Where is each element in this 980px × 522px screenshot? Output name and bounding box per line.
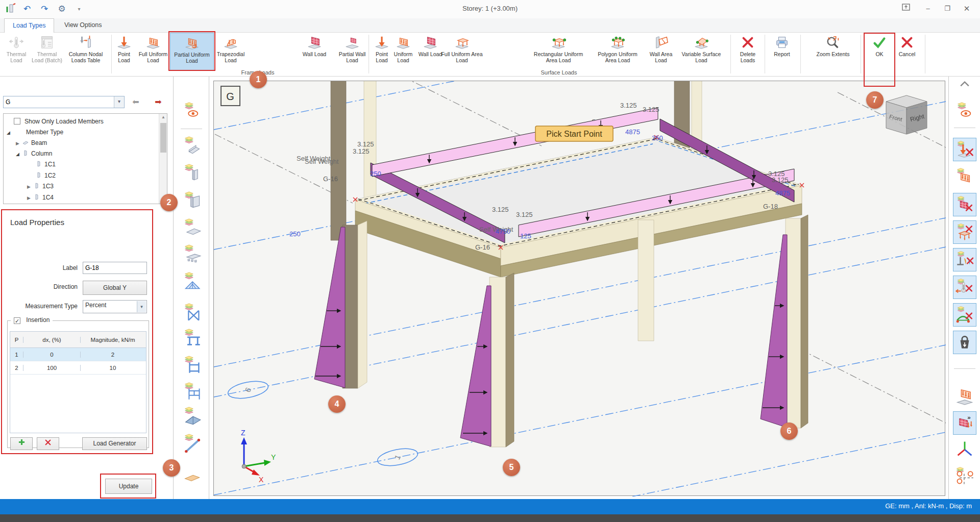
table-row[interactable]: 2 100 10	[10, 361, 146, 375]
view-cube[interactable]: Front Right	[886, 95, 927, 134]
area-load-icon[interactable]	[955, 386, 974, 405]
axes-icon[interactable]	[955, 439, 974, 458]
table-row[interactable]: 1 0 2	[10, 348, 146, 361]
show-loads-eye-icon[interactable]	[182, 102, 202, 121]
hide-point-load-icon[interactable]	[953, 138, 976, 161]
ribbon-button-delete-loads[interactable]: Delete Loads	[734, 33, 761, 70]
ribbon-button-point-load-frame[interactable]: Point Load	[112, 33, 136, 70]
show-loads-eye-icon[interactable]	[955, 102, 974, 121]
collapse-ribbon-icon[interactable]	[955, 79, 974, 89]
ribbon-button-report[interactable]: Report	[768, 33, 796, 70]
delete-row-button[interactable]	[37, 437, 59, 450]
expander-open-icon[interactable]: ◢	[16, 150, 22, 159]
scroll-up-icon[interactable]: ▲	[159, 114, 167, 121]
restore-icon[interactable]: ❐	[941, 3, 954, 14]
expander-closed-icon[interactable]: ▶	[27, 182, 33, 191]
roof-icon[interactable]	[182, 406, 202, 426]
steel-frame-icon[interactable]	[182, 328, 202, 347]
slab-icon[interactable]	[182, 218, 202, 237]
measurement-type-dropdown[interactable]: Percent ▾	[83, 300, 147, 313]
next-member-arrow-icon[interactable]: ➡	[151, 97, 165, 107]
ribbon-button-wall-area-load[interactable]: Wall Area Load	[646, 33, 676, 70]
tree-item-beam[interactable]: ▶Beam	[16, 138, 47, 147]
self-weight-icon[interactable]	[953, 331, 976, 354]
hide-support-load-icon[interactable]	[953, 248, 976, 271]
x-brace-icon[interactable]	[182, 303, 202, 322]
ribbon-separator	[369, 35, 369, 73]
column-icon[interactable]	[182, 163, 202, 183]
svg-text:3.125: 3.125	[516, 211, 533, 218]
draw-line-icon[interactable]	[182, 433, 202, 453]
ribbon-button-partial-wall-load[interactable]: Partial Wall Load	[337, 33, 367, 70]
model-canvas[interactable]: 6 1 Self Weight 250	[213, 81, 945, 496]
ribbon-button-trapezodial-load[interactable]: Trapezodial Load	[214, 33, 247, 70]
uniform-load-icon[interactable]	[955, 167, 974, 187]
minimize-icon[interactable]: –	[921, 3, 935, 14]
previous-member-arrow-icon[interactable]: ⬅	[129, 97, 143, 107]
ribbon-button-zoom-extents[interactable]: Zoom Extents	[811, 33, 855, 70]
expander-open-icon[interactable]: ◢	[7, 128, 13, 137]
tree-item-1c3[interactable]: ▶1C3	[27, 182, 54, 191]
tree-item-1c4[interactable]: ▶1C4	[27, 193, 54, 202]
direction-button[interactable]: Global Y	[83, 281, 147, 295]
tree-item-show-only-loaded[interactable]: Show Only Loaded Members	[14, 117, 104, 126]
tree-item-1c2[interactable]: 1C2	[35, 171, 56, 180]
expander-closed-icon[interactable]: ▶	[27, 193, 33, 203]
hide-wall-load-icon[interactable]	[953, 193, 976, 216]
annotation-badge-3: 3	[163, 459, 180, 477]
ribbon-button-wall-load-frame[interactable]: Wall Load	[301, 33, 328, 70]
wall-load-transfer-icon[interactable]: »	[953, 411, 976, 435]
ribbon-button-full-uniform-load[interactable]: Full Uniform Load	[136, 33, 170, 70]
svg-text:1: 1	[393, 453, 402, 461]
member-filter-input[interactable]	[6, 97, 111, 107]
insertion-checkbox[interactable]: ✓	[14, 317, 20, 324]
hide-area-load-icon[interactable]	[953, 220, 976, 244]
tree-item-member-type[interactable]: ◢Member Type	[7, 128, 63, 137]
hide-thermal-load-icon[interactable]	[953, 276, 976, 299]
tree-scrollbar[interactable]: ▲ ▼	[159, 114, 167, 204]
grid-frame-icon[interactable]	[182, 382, 202, 401]
expander-closed-icon[interactable]: ▶	[16, 139, 22, 148]
ribbon-button-column-nodal-loads-table[interactable]: Column Nodal Loads Table	[64, 33, 108, 70]
ribbon-button-ok[interactable]: OK	[865, 33, 894, 70]
frame-elevation-icon[interactable]	[182, 355, 202, 375]
tab-load-types[interactable]: Load Types	[4, 18, 54, 33]
grid-bubble-6[interactable]: 6	[227, 379, 270, 402]
dropdown-arrow-icon[interactable]: ▾	[137, 301, 146, 312]
beam-icon[interactable]	[182, 136, 202, 155]
svg-text:3.125: 3.125	[492, 206, 509, 213]
grid-axes-icon[interactable]	[955, 466, 974, 486]
svg-text:G-16: G-16	[323, 175, 338, 183]
label-field[interactable]	[83, 262, 147, 274]
add-row-button[interactable]	[10, 437, 33, 450]
pin-panel-icon[interactable]	[899, 3, 913, 14]
member-filter-combo[interactable]: ▾	[3, 96, 125, 108]
ribbon-button-full-uniform-area-load[interactable]: Full Uniform Area Load	[439, 33, 484, 70]
ribbon-button-variable-surface-load[interactable]: Variable Surface Load	[680, 33, 723, 70]
ribbon-button-polygon-uniform-area-load[interactable]: Polygon Uniform Area Load	[592, 33, 644, 70]
slab-plan-icon[interactable]	[182, 464, 202, 484]
ribbed-slab-icon[interactable]	[182, 244, 202, 263]
insertion-table[interactable]: P dx, (%) Magnitude, kN/m 1 0 2 2 100 10	[10, 331, 146, 433]
scrollbar-thumb[interactable]	[160, 123, 166, 153]
svg-text:3.125: 3.125	[353, 147, 370, 155]
tree-item-1c1[interactable]: 1C1	[35, 160, 56, 169]
combo-dropdown-icon[interactable]: ▾	[114, 96, 124, 108]
ribbon-button-cancel[interactable]: Cancel	[893, 33, 921, 70]
ribbon-button-partial-uniform-load[interactable]: Partial Uniform Load	[170, 33, 214, 70]
ribbon-button-uniform-load-surface[interactable]: Uniform Load	[390, 33, 416, 70]
ribbon-button-rectangular-uniform-area-load[interactable]: Rectangular Uniform Area Load	[528, 33, 589, 70]
tree-item-column[interactable]: ◢Column	[16, 149, 52, 158]
load-generator-button[interactable]: Load Generator	[82, 437, 147, 450]
checkbox-unchecked[interactable]	[14, 118, 20, 125]
hide-span-load-icon[interactable]	[953, 303, 976, 327]
tab-view-options[interactable]: View Options	[56, 18, 110, 33]
grid-label-marker[interactable]: G	[221, 86, 240, 106]
close-icon[interactable]: ✕	[960, 3, 973, 14]
grid-bubble-1[interactable]: 1	[376, 446, 419, 469]
scene-3d[interactable]: 6 1 Self Weight 250	[214, 81, 946, 496]
svg-text:Y: Y	[271, 453, 276, 461]
truss-icon[interactable]	[182, 271, 202, 291]
wall-icon[interactable]	[182, 191, 202, 210]
update-button[interactable]: Update	[105, 479, 152, 494]
